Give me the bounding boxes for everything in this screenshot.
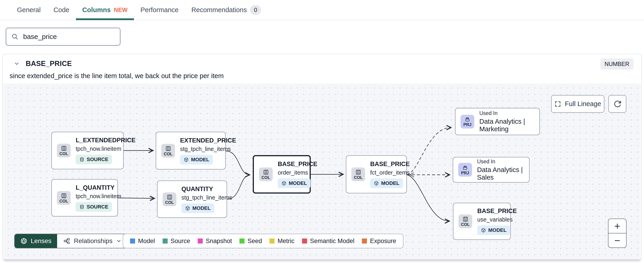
lineage-node-base-price-use-variables[interactable]: COL BASE_PRICE use_variables MODEL: [453, 203, 511, 240]
relationships-dropdown[interactable]: Relationships: [57, 234, 128, 248]
lineage-node-used-in-marketing[interactable]: PRJ Used In Data Analytics | Marketing: [455, 108, 540, 135]
lenses-relationships-control: Lenses Relationships: [14, 234, 128, 248]
column-kind-box: COL: [351, 168, 365, 181]
metric-swatch: [270, 239, 274, 244]
lineage-node-l-extendedprice[interactable]: COL L_EXTENDEDPRICE tpch_now.lineitem SO…: [51, 132, 124, 169]
column-type-badge: NUMBER: [600, 58, 634, 70]
lineage-node-used-in-sales[interactable]: PRJ Used In Data Analytics | Sales: [453, 157, 530, 183]
full-lineage-button[interactable]: Full Lineage: [551, 95, 604, 113]
lineage-edges: [3, 83, 641, 259]
cube-icon: [282, 181, 286, 186]
relationships-icon: [63, 238, 70, 245]
seed-swatch: [240, 239, 244, 244]
aperture-icon: [20, 238, 27, 245]
node-title: L_QUANTITY: [76, 184, 115, 191]
legend-item-snapshot: Snapshot: [198, 238, 232, 245]
table-columns-icon: [165, 145, 171, 152]
tab-code[interactable]: Code: [47, 0, 76, 20]
snapshot-swatch: [198, 239, 203, 244]
source-swatch: [162, 239, 168, 244]
node-subtitle: stg_tpch_line_items: [180, 146, 231, 152]
table-columns-icon: [61, 193, 67, 199]
refresh-button[interactable]: [608, 95, 626, 113]
archive-icon: [464, 116, 470, 122]
resource-type-badge: SOURCE: [76, 202, 112, 212]
node-subtitle: order_items: [278, 169, 308, 176]
lenses-button[interactable]: Lenses: [15, 234, 57, 248]
cube-icon: [374, 181, 379, 186]
node-subtitle: tpch_now.lineitem: [76, 193, 121, 200]
legend-item-exposure: Exposure: [362, 238, 396, 245]
search-icon: [11, 33, 18, 40]
node-title: BASE_PRICE: [370, 161, 410, 168]
node-subtitle: fct_order_items: [370, 169, 410, 176]
column-kind-box: COL: [458, 215, 472, 228]
search-input[interactable]: base_price: [6, 28, 120, 46]
node-title: L_EXTENDEDPRICE: [76, 137, 136, 144]
lineage-node-base-price-order-items[interactable]: COL BASE_PRICE order_items MODEL: [253, 155, 311, 194]
lineage-canvas[interactable]: COL L_EXTENDEDPRICE tpch_now.lineitem SO…: [3, 83, 641, 259]
legend-item-model: Model: [130, 238, 155, 245]
tab-general[interactable]: General: [10, 0, 47, 20]
resource-type-badge: MODEL: [278, 179, 310, 188]
resource-type-badge: SOURCE: [76, 155, 112, 164]
legend-item-metric: Metric: [270, 238, 294, 245]
table-columns-icon: [61, 145, 67, 151]
semantic-model-swatch: [302, 239, 307, 244]
zoom-out-button[interactable]: −: [608, 234, 626, 248]
column-name: BASE_PRICE: [26, 59, 72, 68]
legend-item-seed: Seed: [240, 238, 262, 245]
tab-recommendations[interactable]: Recommendations 0: [185, 0, 268, 20]
collapse-chevron-icon[interactable]: [14, 61, 20, 67]
archive-icon: [462, 165, 468, 171]
new-badge: NEW: [114, 7, 128, 13]
node-subtitle: tpch_now.lineitem: [76, 145, 121, 152]
table-columns-icon: [355, 169, 362, 175]
column-header: BASE_PRICE NUMBER: [3, 54, 641, 69]
column-kind-box: COL: [57, 191, 71, 205]
zoom-in-button[interactable]: +: [608, 219, 626, 234]
lineage-node-extended-price[interactable]: COL EXTENDED_PRICE stg_tpch_line_items M…: [156, 132, 226, 170]
node-subtitle: stg_tpch_line_items: [182, 194, 232, 201]
table-columns-icon: [263, 169, 269, 175]
table-columns-icon: [462, 216, 468, 222]
column-description: since extended_price is the line item to…: [3, 69, 641, 80]
legend-item-source: Source: [162, 238, 190, 245]
resource-type-badge: MODEL: [180, 155, 213, 165]
project-kind-box: PRJ: [460, 115, 474, 129]
cube-icon: [481, 228, 486, 233]
used-in-label: Used In: [477, 159, 495, 165]
node-title: BASE_PRICE: [477, 208, 517, 215]
lineage-node-l-quantity[interactable]: COL L_QUANTITY tpch_now.lineitem SOURCE: [51, 179, 118, 217]
lineage-node-quantity[interactable]: COL QUANTITY stg_tpch_line_items MODEL: [157, 181, 227, 218]
node-title: Data Analytics | Sales: [477, 166, 524, 181]
resource-type-legend: Model Source Snapshot Seed Metric Semant…: [123, 234, 404, 248]
node-title: QUANTITY: [182, 186, 213, 193]
refresh-icon: [613, 100, 622, 108]
node-title: EXTENDED_PRICE: [180, 137, 236, 144]
lineage-node-base-price-fct-order-items[interactable]: COL BASE_PRICE fct_order_items MODEL: [346, 155, 407, 193]
tab-columns[interactable]: Columns NEW: [76, 0, 134, 20]
search-value: base_price: [23, 33, 57, 40]
recommendations-count-badge: 0: [250, 5, 261, 15]
chevron-down-icon: [116, 238, 122, 244]
cube-icon: [184, 157, 189, 162]
database-icon: [79, 157, 84, 162]
column-kind-box: COL: [162, 192, 176, 206]
tab-bar: General Code Columns NEW Performance Rec…: [0, 0, 644, 20]
zoom-controls: + −: [608, 219, 626, 248]
project-kind-box: PRJ: [458, 163, 472, 177]
table-columns-icon: [166, 194, 173, 200]
column-detail-panel: BASE_PRICE NUMBER since extended_price i…: [2, 54, 642, 260]
expand-icon: [554, 101, 561, 107]
column-kind-box: COL: [259, 168, 273, 181]
cube-icon: [185, 206, 190, 211]
legend-item-semantic-model: Semantic Model: [302, 238, 354, 245]
model-swatch: [130, 239, 135, 244]
exposure-swatch: [362, 239, 367, 244]
tab-performance[interactable]: Performance: [134, 0, 185, 20]
node-subtitle: use_variables: [477, 216, 512, 223]
node-title: Data Analytics | Marketing: [479, 118, 534, 133]
column-kind-box: COL: [161, 144, 175, 158]
node-title: BASE_PRICE: [278, 161, 318, 168]
